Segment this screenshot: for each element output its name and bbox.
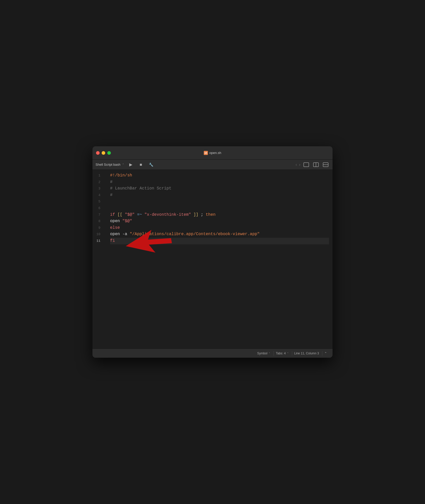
view-single-button[interactable] <box>302 162 310 168</box>
line-num-5: 5 <box>92 198 104 205</box>
code-line-1: #!/bin/sh <box>110 172 329 179</box>
run-button[interactable]: ▶ <box>127 161 134 168</box>
editor-wrapper: 1 2 3 4 5 6 7 8 9 10 11 #!/bin/sh # <box>92 170 333 349</box>
line-num-11: 11 <box>92 238 104 244</box>
svg-rect-0 <box>304 163 309 167</box>
view-split-v-button[interactable] <box>322 162 329 168</box>
close-button[interactable] <box>96 151 100 155</box>
titlebar: sh open.sh <box>92 146 333 160</box>
line-num-2: 2 <box>92 179 104 186</box>
language-label: Shell Script bash <box>96 163 121 166</box>
line-numbers: 1 2 3 4 5 6 7 8 9 10 11 <box>92 172 107 346</box>
tabs-status[interactable]: Tabs: 4 ⌃ <box>274 351 291 356</box>
code-line-8: open "$@" <box>110 218 329 225</box>
kw-else: else <box>110 225 120 230</box>
stop-button[interactable]: ■ <box>137 161 145 168</box>
line-num-1: 1 <box>92 172 104 179</box>
file-icon: sh <box>204 151 208 155</box>
view-split-h-button[interactable] <box>312 162 320 168</box>
nav-forward-button[interactable]: › <box>299 162 300 167</box>
editor-window: sh open.sh Shell Script bash ⌃ ▶ ■ 🔧 ‹ › <box>92 146 333 358</box>
comment-2: # <box>110 180 113 184</box>
code-line-5 <box>110 198 329 205</box>
line-num-3: 3 <box>92 185 104 192</box>
editor-area[interactable]: 1 2 3 4 5 6 7 8 9 10 11 #!/bin/sh # <box>92 170 333 349</box>
symbol-chevron-icon: ⌃ <box>268 352 270 355</box>
comment-3: # LaunchBar Action Script <box>110 186 171 191</box>
code-line-3: # LaunchBar Action Script <box>110 185 329 192</box>
traffic-lights <box>96 151 111 155</box>
code-line-11: fi <box>110 238 329 244</box>
chevron-down-icon: ⌃ <box>122 163 124 166</box>
kw-if: if <box>110 212 115 217</box>
code-line-9: else <box>110 225 329 231</box>
window-title: open.sh <box>209 151 221 155</box>
line-num-4: 4 <box>92 192 104 199</box>
toolbar: Shell Script bash ⌃ ▶ ■ 🔧 ‹ › <box>92 160 333 170</box>
code-line-10: open -a "/Applications/calibre.app/Conte… <box>110 231 329 238</box>
symbol-status[interactable]: Symbol ⌃ <box>255 351 273 356</box>
line-num-9: 9 <box>92 225 104 231</box>
line-num-6: 6 <box>92 205 104 212</box>
line-num-7: 7 <box>92 212 104 218</box>
title-center: sh open.sh <box>204 151 221 155</box>
position-status[interactable]: Line 11, Column 3 <box>292 351 321 356</box>
code-line-7: if [[ "$@" =~ "x-devonthink-item" ]] ; t… <box>110 212 329 218</box>
code-line-4: # <box>110 192 329 199</box>
nav-back-button[interactable]: ‹ <box>296 162 297 167</box>
toolbar-right: ‹ › <box>296 162 329 168</box>
line-num-8: 8 <box>92 218 104 225</box>
wrench-button[interactable]: 🔧 <box>148 161 155 168</box>
line-num-10: 10 <box>92 231 104 238</box>
comment-4: # <box>110 193 113 197</box>
tabs-chevron-icon: ⌃ <box>287 352 289 355</box>
shebang: #!/bin/sh <box>110 173 132 178</box>
kw-fi: fi <box>110 238 115 243</box>
minimize-button[interactable] <box>102 151 105 155</box>
warnings-status[interactable]: ⌃ <box>322 351 329 356</box>
statusbar: Symbol ⌃ Tabs: 4 ⌃ Line 11, Column 3 ⌃ <box>92 349 333 358</box>
language-selector[interactable]: Shell Script bash ⌃ <box>96 163 124 166</box>
maximize-button[interactable] <box>107 151 111 155</box>
code-content: #!/bin/sh # # LaunchBar Action Script # <box>107 172 333 346</box>
code-line-6 <box>110 205 329 212</box>
code-line-2: # <box>110 179 329 186</box>
up-icon: ⌃ <box>324 352 327 355</box>
